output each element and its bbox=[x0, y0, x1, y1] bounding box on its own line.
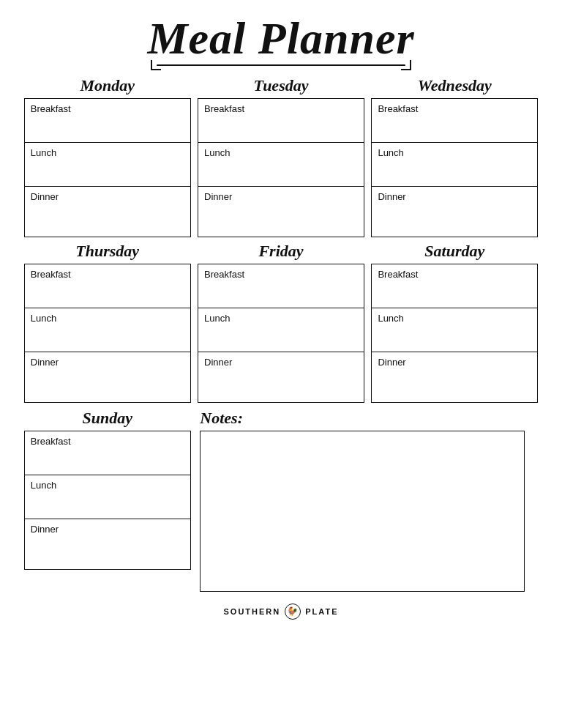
sunday-section: Sunday Breakfast Lunch Dinner bbox=[20, 409, 194, 592]
week-row-1: Monday Breakfast Lunch Dinner Tuesday Br… bbox=[20, 76, 542, 237]
tuesday-lunch: Lunch bbox=[198, 143, 364, 187]
thursday-section: Thursday Breakfast Lunch Dinner bbox=[20, 242, 194, 403]
thursday-lunch: Lunch bbox=[25, 308, 190, 352]
friday-box: Breakfast Lunch Dinner bbox=[198, 264, 364, 403]
branding-icon: 🐓 bbox=[285, 603, 301, 620]
thursday-breakfast: Breakfast bbox=[25, 264, 190, 308]
wednesday-section: Wednesday Breakfast Lunch Dinner bbox=[368, 76, 542, 237]
week-row-2: Thursday Breakfast Lunch Dinner Friday B… bbox=[20, 242, 542, 403]
saturday-label: Saturday bbox=[424, 242, 484, 261]
tuesday-dinner: Dinner bbox=[198, 187, 364, 237]
notes-box[interactable] bbox=[200, 431, 524, 592]
tuesday-label: Tuesday bbox=[254, 76, 309, 95]
friday-dinner: Dinner bbox=[198, 352, 364, 402]
sunday-lunch: Lunch bbox=[25, 475, 190, 519]
saturday-breakfast: Breakfast bbox=[372, 264, 537, 308]
saturday-box: Breakfast Lunch Dinner bbox=[371, 264, 538, 403]
sunday-dinner: Dinner bbox=[25, 519, 190, 569]
monday-label: Monday bbox=[80, 76, 135, 95]
wednesday-box: Breakfast Lunch Dinner bbox=[371, 98, 538, 237]
wednesday-lunch: Lunch bbox=[372, 143, 537, 187]
saturday-dinner: Dinner bbox=[372, 352, 537, 402]
bottom-row: Sunday Breakfast Lunch Dinner Notes: bbox=[20, 409, 542, 592]
wednesday-breakfast: Breakfast bbox=[372, 99, 537, 143]
monday-box: Breakfast Lunch Dinner bbox=[24, 98, 191, 237]
branding-right: PLATE bbox=[305, 607, 338, 616]
friday-lunch: Lunch bbox=[198, 308, 364, 352]
wednesday-label: Wednesday bbox=[418, 76, 492, 95]
thursday-dinner: Dinner bbox=[25, 352, 190, 402]
tuesday-section: Tuesday Breakfast Lunch Dinner bbox=[194, 76, 367, 237]
page: Meal Planner Monday Breakfast Lunch Dinn… bbox=[0, 0, 562, 728]
notes-section: Notes: bbox=[194, 409, 542, 592]
tuesday-breakfast: Breakfast bbox=[198, 99, 364, 143]
friday-breakfast: Breakfast bbox=[198, 264, 364, 308]
sunday-breakfast: Breakfast bbox=[25, 431, 190, 475]
friday-label: Friday bbox=[258, 242, 303, 261]
monday-breakfast: Breakfast bbox=[25, 99, 190, 143]
branding: SOUTHERN 🐓 PLATE bbox=[224, 603, 339, 620]
sunday-label: Sunday bbox=[82, 409, 132, 428]
friday-section: Friday Breakfast Lunch Dinner bbox=[194, 242, 367, 403]
tuesday-box: Breakfast Lunch Dinner bbox=[198, 98, 364, 237]
monday-lunch: Lunch bbox=[25, 143, 190, 187]
saturday-lunch: Lunch bbox=[372, 308, 537, 352]
title-underline bbox=[157, 64, 405, 66]
branding-left: SOUTHERN bbox=[224, 607, 281, 616]
monday-dinner: Dinner bbox=[25, 187, 190, 237]
thursday-box: Breakfast Lunch Dinner bbox=[24, 264, 191, 403]
sunday-box: Breakfast Lunch Dinner bbox=[24, 431, 191, 570]
page-title: Meal Planner bbox=[147, 13, 414, 63]
saturday-section: Saturday Breakfast Lunch Dinner bbox=[368, 242, 542, 403]
wednesday-dinner: Dinner bbox=[372, 187, 537, 237]
notes-label: Notes: bbox=[200, 409, 542, 428]
monday-section: Monday Breakfast Lunch Dinner bbox=[20, 76, 194, 237]
thursday-label: Thursday bbox=[75, 242, 139, 261]
